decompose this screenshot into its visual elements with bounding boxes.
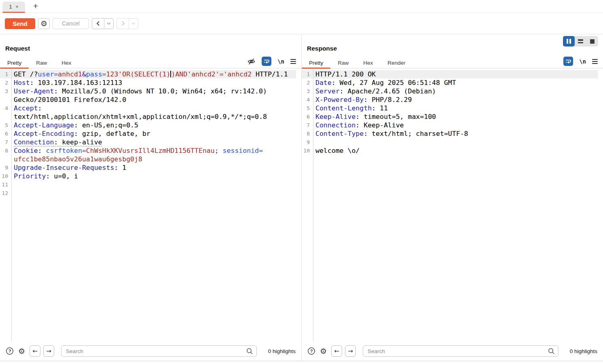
code-line[interactable]: Accept-Language: en-US,en;q=0.5 bbox=[11, 121, 296, 129]
rows-layout-button[interactable] bbox=[575, 36, 586, 47]
code-line[interactable]: text/html,application/xhtml+xml,applicat… bbox=[11, 112, 296, 121]
request-settings-button[interactable]: ⚙ bbox=[38, 18, 50, 29]
code-line[interactable]: Connection: Keep-Alive bbox=[313, 121, 598, 129]
code-token: = bbox=[54, 70, 58, 78]
code-line[interactable]: Content-Type: text/html; charset=UTF-8 bbox=[313, 129, 598, 138]
code-row[interactable]: 9 bbox=[302, 138, 598, 146]
code-line[interactable]: User-Agent: Mozilla/5.0 (Windows NT 10.0… bbox=[11, 87, 296, 95]
code-row[interactable]: 2Host: 103.197.184.163:12113 bbox=[0, 78, 296, 87]
code-token: sessionid bbox=[223, 147, 259, 154]
search-previous-button[interactable]: ← bbox=[331, 345, 342, 357]
line-number: 11 bbox=[0, 180, 11, 189]
code-line[interactable]: Date: Wed, 27 Aug 2025 06:51:48 GMT bbox=[313, 78, 598, 87]
code-row[interactable]: 11 bbox=[0, 180, 296, 189]
code-token: : PHP/8.2.29 bbox=[364, 96, 412, 104]
code-row[interactable]: 7Connection: keep-alive bbox=[0, 138, 296, 146]
code-line[interactable]: Connection: keep-alive bbox=[11, 138, 296, 146]
code-row[interactable]: 8Cookie: csrftoken=ChWsHkXKVusrsIll4LzmH… bbox=[0, 146, 296, 155]
search-help-button[interactable]: ? bbox=[307, 347, 315, 355]
code-row[interactable]: 8Content-Type: text/html; charset=UTF-8 bbox=[302, 129, 598, 138]
code-line[interactable]: Cookie: csrftoken=ChWsHkXKVusrsIll4LzmHD… bbox=[11, 146, 296, 155]
editor-menu-button[interactable] bbox=[592, 59, 598, 64]
code-row[interactable]: 6Accept-Encoding: gzip, deflate, br bbox=[0, 129, 296, 138]
forward-dropdown-button[interactable] bbox=[129, 19, 138, 29]
single-view-layout-button[interactable] bbox=[586, 36, 598, 47]
show-newlines-toggle[interactable]: \n bbox=[277, 58, 284, 65]
tab-pretty[interactable]: Pretty bbox=[0, 57, 29, 68]
search-settings-button[interactable]: ⚙ bbox=[320, 347, 327, 356]
tab-pretty[interactable]: Pretty bbox=[302, 57, 330, 68]
code-row[interactable]: 6Keep-Alive: timeout=5, max=100 bbox=[302, 112, 598, 121]
code-row[interactable]: 1GET /?user=anhcd1&pass=123'OR(SELECT(1)… bbox=[0, 70, 296, 78]
response-editor[interactable]: 1HTTP/1.1 200 OK2Date: Wed, 27 Aug 2025 … bbox=[302, 68, 603, 341]
code-row[interactable]: ufcc1be85nbao5v26ua1wau6gesbg0j8 bbox=[0, 155, 296, 163]
code-line[interactable]: ufcc1be85nbao5v26ua1wau6gesbg0j8 bbox=[11, 155, 296, 163]
code-line[interactable] bbox=[11, 180, 296, 189]
show-newlines-toggle[interactable]: \n bbox=[579, 58, 586, 65]
columns-layout-button[interactable] bbox=[563, 36, 575, 47]
word-wrap-toggle[interactable] bbox=[262, 57, 271, 66]
request-editor[interactable]: 1GET /?user=anhcd1&pass=123'OR(SELECT(1)… bbox=[0, 68, 301, 341]
search-next-button[interactable]: → bbox=[345, 345, 356, 357]
editor-menu-button[interactable] bbox=[290, 59, 296, 64]
tab-raw[interactable]: Raw bbox=[330, 57, 356, 68]
code-line[interactable]: X-Powered-By: PHP/8.2.29 bbox=[313, 95, 598, 104]
forward-button[interactable] bbox=[117, 19, 129, 29]
code-token: Accept-Encoding bbox=[14, 130, 74, 138]
code-row[interactable]: 3User-Agent: Mozilla/5.0 (Windows NT 10.… bbox=[0, 87, 296, 95]
tab-hex[interactable]: Hex bbox=[356, 57, 380, 68]
cancel-button[interactable]: Cancel bbox=[53, 18, 89, 29]
code-row[interactable]: 10Priority: u=0, i bbox=[0, 172, 296, 180]
send-button[interactable]: Send bbox=[5, 18, 35, 29]
tab-hex[interactable]: Hex bbox=[54, 57, 78, 68]
code-token: : Apache/2.4.65 (Debian) bbox=[340, 87, 436, 95]
code-line[interactable]: Priority: u=0, i bbox=[11, 172, 296, 180]
search-input[interactable] bbox=[363, 345, 559, 357]
code-row[interactable]: 12 bbox=[0, 189, 296, 197]
back-button[interactable] bbox=[92, 19, 104, 29]
line-number: 9 bbox=[0, 163, 11, 172]
code-row[interactable]: 10welcome \o/ bbox=[302, 146, 598, 155]
tab-render[interactable]: Render bbox=[380, 57, 413, 68]
code-row[interactable]: 5Content-Length: 11 bbox=[302, 104, 598, 112]
single-view-icon bbox=[590, 39, 595, 44]
code-line[interactable] bbox=[313, 138, 598, 146]
code-line[interactable]: Host: 103.197.184.163:12113 bbox=[11, 78, 296, 87]
history-forward-group bbox=[116, 18, 138, 29]
code-row[interactable]: 4X-Powered-By: PHP/8.2.29 bbox=[302, 95, 598, 104]
code-line[interactable]: Upgrade-Insecure-Requests: 1 bbox=[11, 163, 296, 172]
search-previous-button[interactable]: ← bbox=[30, 345, 40, 357]
code-token: ufcc1be85nbao5v26ua1wau6gesbg0j8 bbox=[14, 155, 142, 163]
code-row[interactable]: text/html,application/xhtml+xml,applicat… bbox=[0, 112, 296, 121]
code-line[interactable] bbox=[11, 189, 296, 197]
code-line[interactable]: HTTP/1.1 200 OK bbox=[313, 70, 598, 78]
code-row[interactable]: 9Upgrade-Insecure-Requests: 1 bbox=[0, 163, 296, 172]
code-line[interactable]: Gecko/20100101 Firefox/142.0 bbox=[11, 95, 296, 104]
search-next-button[interactable]: → bbox=[43, 345, 54, 357]
code-row[interactable]: 4Accept: bbox=[0, 104, 296, 112]
hide-headers-button[interactable] bbox=[247, 57, 256, 66]
back-dropdown-button[interactable] bbox=[104, 19, 113, 29]
code-line[interactable]: welcome \o/ bbox=[313, 146, 598, 155]
code-row[interactable]: 5Accept-Language: en-US,en;q=0.5 bbox=[0, 121, 296, 129]
code-row[interactable]: 1HTTP/1.1 200 OK bbox=[302, 70, 598, 78]
new-tab-button[interactable]: + bbox=[31, 1, 40, 11]
word-wrap-toggle[interactable] bbox=[563, 57, 573, 66]
code-line[interactable]: GET /?user=anhcd1&pass=123'OR(SELECT(1))… bbox=[11, 70, 296, 78]
code-line[interactable]: Server: Apache/2.4.65 (Debian) bbox=[313, 87, 598, 95]
code-row[interactable]: 2Date: Wed, 27 Aug 2025 06:51:48 GMT bbox=[302, 78, 598, 87]
search-help-button[interactable]: ? bbox=[6, 347, 14, 355]
repeater-tab-1[interactable]: 1 × bbox=[2, 2, 25, 12]
code-line[interactable]: Accept-Encoding: gzip, deflate, br bbox=[11, 129, 296, 138]
tab-raw[interactable]: Raw bbox=[29, 57, 54, 68]
code-line[interactable]: Keep-Alive: timeout=5, max=100 bbox=[313, 112, 598, 121]
code-line[interactable]: Content-Length: 11 bbox=[313, 104, 598, 112]
repeater-tab-bar: 1 × + bbox=[0, 0, 603, 13]
close-tab-icon[interactable]: × bbox=[16, 4, 19, 9]
code-line[interactable]: Accept: bbox=[11, 104, 296, 112]
search-input[interactable] bbox=[61, 345, 257, 357]
code-row[interactable]: 3Server: Apache/2.4.65 (Debian) bbox=[302, 87, 598, 95]
code-row[interactable]: 7Connection: Keep-Alive bbox=[302, 121, 598, 129]
search-settings-button[interactable]: ⚙ bbox=[18, 347, 25, 356]
code-row[interactable]: Gecko/20100101 Firefox/142.0 bbox=[0, 95, 296, 104]
